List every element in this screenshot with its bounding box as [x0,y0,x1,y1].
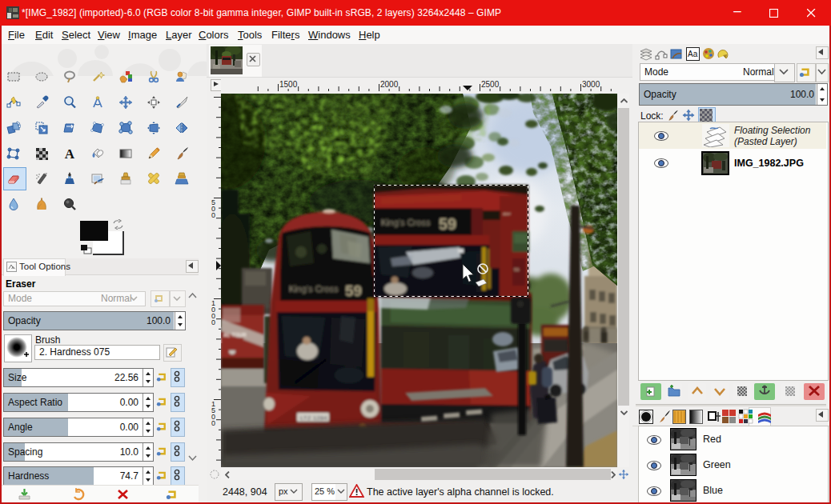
svg-text:59: 59 [439,215,456,233]
svg-text:3000: 3000 [582,80,600,89]
svg-text:0: 0 [211,419,215,427]
svg-text:King's Cross: King's Cross [381,218,431,227]
svg-text:A: A [65,146,75,161]
svg-text:ater: ater [503,211,511,216]
svg-text:0: 0 [211,211,215,219]
svg-text:Aa: Aa [688,50,698,58]
svg-text:King's Cross: King's Cross [289,284,339,294]
svg-text:1500: 1500 [279,80,298,89]
svg-text:0: 0 [211,318,215,326]
svg-text:59: 59 [514,267,520,272]
svg-text:AL TOUR: AL TOUR [223,332,247,338]
svg-text:2500: 2500 [481,80,500,89]
svg-text:59: 59 [345,282,362,299]
svg-text:2000: 2000 [380,80,399,89]
svg-text:LTZ 1284: LTZ 1284 [300,414,327,422]
